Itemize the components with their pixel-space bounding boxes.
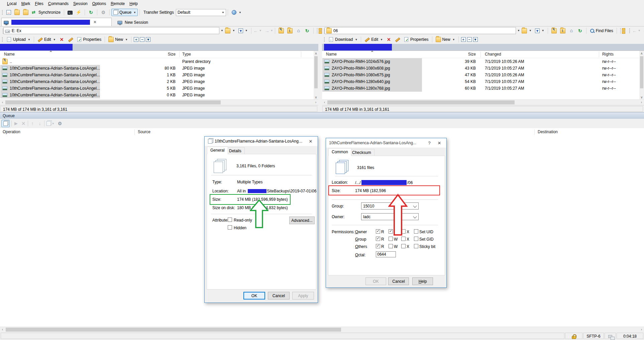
local-horizontal-scrollbar[interactable]: ‹ › bbox=[0, 99, 318, 105]
local-vertical-scrollbar[interactable]: ∧ ∨ bbox=[314, 51, 318, 100]
group-read-checkbox[interactable] bbox=[376, 237, 380, 241]
table-row[interactable]: 10thCumbreFlamenca-Adrian-Santana-LosAng… bbox=[0, 85, 318, 92]
column-size[interactable]: Size bbox=[127, 52, 176, 57]
table-row[interactable]: ZAYO-Photo-RMH-1280x768.jpg 60 KB 7/1/20… bbox=[322, 85, 644, 92]
edit-button[interactable]: Edit▼ bbox=[363, 36, 385, 43]
refresh-session-button[interactable]: ↻ bbox=[87, 9, 95, 16]
table-row[interactable]: 10thCumbreFlamenca-Adrian-Santana-LosAng… bbox=[0, 92, 318, 100]
scroll-down-icon[interactable]: ∨ bbox=[639, 95, 644, 100]
remote-path-combo[interactable]: 06 bbox=[325, 27, 516, 34]
close-icon[interactable]: ✕ bbox=[93, 20, 97, 24]
download-button[interactable]: Download▼ bbox=[327, 36, 359, 43]
refresh-button[interactable]: ↻ bbox=[576, 27, 584, 34]
rename-button[interactable] bbox=[393, 36, 402, 43]
root-directory-button[interactable] bbox=[558, 27, 567, 34]
open-directory-button[interactable]: ▼ bbox=[223, 27, 237, 34]
properties-button[interactable]: Properties bbox=[402, 36, 430, 43]
group-execute-checkbox[interactable] bbox=[401, 237, 406, 241]
scroll-left-icon[interactable]: ‹ bbox=[322, 100, 327, 105]
owner-write-checkbox[interactable] bbox=[389, 229, 393, 234]
delete-button[interactable]: ✕ bbox=[58, 36, 66, 43]
parent-directory-button[interactable] bbox=[277, 27, 286, 34]
dialog-title-bar[interactable]: 10thCumbreFlamenca-Adrian-Santana-LosAng… bbox=[205, 137, 318, 146]
close-icon[interactable]: ✕ bbox=[307, 139, 315, 144]
others-read-checkbox[interactable] bbox=[376, 244, 380, 248]
select-add-icon[interactable]: + bbox=[461, 37, 466, 42]
transfer-settings-select[interactable]: Default ▼ bbox=[176, 9, 226, 16]
new-button[interactable]: New▼ bbox=[107, 36, 129, 43]
menu-mark[interactable]: Mark bbox=[19, 1, 33, 6]
dialog-title-bar[interactable]: 10thCumbreFlamenca-Adrian-Santana-LosAng… bbox=[326, 138, 446, 148]
column-size[interactable]: Size bbox=[432, 52, 476, 57]
menu-commands[interactable]: Commands bbox=[46, 1, 71, 6]
column-divider[interactable] bbox=[134, 129, 135, 135]
tree-toggle-button[interactable] bbox=[619, 27, 627, 34]
tab-details[interactable]: Details bbox=[226, 147, 245, 154]
menu-files[interactable]: Files bbox=[32, 1, 45, 6]
queue-show-button[interactable] bbox=[1, 120, 10, 127]
scrollbar-thumb[interactable] bbox=[640, 56, 643, 88]
menu-local[interactable]: Local bbox=[5, 1, 19, 6]
parent-directory-button[interactable] bbox=[550, 27, 558, 34]
apply-button[interactable]: Apply bbox=[292, 292, 314, 300]
tab-common[interactable]: Common bbox=[328, 148, 351, 156]
hidden-checkbox[interactable] bbox=[228, 225, 232, 230]
open-terminal-button[interactable]: >_ bbox=[66, 9, 74, 16]
menu-options[interactable]: Options bbox=[90, 1, 108, 6]
help-button[interactable]: Help bbox=[412, 277, 433, 285]
column-changed[interactable]: Changed bbox=[485, 52, 501, 57]
scroll-up-icon[interactable]: ∧ bbox=[314, 51, 318, 56]
column-divider[interactable] bbox=[534, 129, 535, 135]
status-protocol-segment[interactable]: SFTP-6 bbox=[583, 333, 604, 339]
ok-button[interactable]: OK bbox=[243, 292, 265, 300]
group-select[interactable]: 15010 bbox=[361, 202, 419, 209]
set-uid-checkbox[interactable] bbox=[414, 229, 418, 234]
table-row[interactable]: ZAYO-Photo-RMH-1024x576.jpg 39 KB 7/1/20… bbox=[322, 58, 644, 65]
octal-input[interactable] bbox=[376, 251, 396, 257]
properties-button[interactable]: Properties bbox=[75, 36, 103, 43]
column-operation[interactable]: Operation bbox=[3, 130, 20, 134]
scrollbar-thumb[interactable] bbox=[5, 100, 221, 104]
scroll-left-icon[interactable]: ‹ bbox=[0, 327, 5, 332]
queue-report-icon[interactable] bbox=[46, 121, 51, 126]
others-execute-checkbox[interactable] bbox=[401, 244, 406, 248]
menu-remote[interactable]: Remote bbox=[108, 1, 127, 6]
column-source[interactable]: Source bbox=[138, 130, 150, 134]
chevron-down-icon[interactable]: ▼ bbox=[517, 29, 520, 32]
edit-button[interactable]: Edit▼ bbox=[36, 36, 58, 43]
session-tab-active[interactable]: ✕ bbox=[1, 18, 112, 26]
open-directory-button[interactable]: ▼ bbox=[520, 27, 533, 34]
sticky-bit-checkbox[interactable] bbox=[414, 244, 418, 248]
select-filter-icon[interactable]: ▼ bbox=[146, 37, 150, 42]
forward-icon[interactable]: → bbox=[264, 28, 270, 33]
remote-vertical-scrollbar[interactable]: ∧ ∨ bbox=[639, 51, 644, 100]
download-session-button[interactable] bbox=[21, 9, 30, 16]
owner-select[interactable]: ladc bbox=[361, 213, 419, 220]
scroll-down-icon[interactable]: ∨ bbox=[314, 95, 318, 100]
rename-button[interactable] bbox=[66, 36, 75, 43]
scroll-right-icon[interactable]: › bbox=[313, 100, 318, 105]
new-session-tab[interactable]: New Session bbox=[115, 18, 166, 26]
cancel-button[interactable]: Cancel bbox=[388, 277, 409, 285]
filter-button[interactable]: ▼▼ bbox=[533, 27, 546, 34]
back-icon[interactable]: ← bbox=[253, 28, 258, 33]
group-write-checkbox[interactable] bbox=[389, 237, 393, 241]
set-gid-checkbox[interactable] bbox=[414, 237, 418, 241]
preferences-button[interactable]: ⚙ bbox=[99, 9, 108, 16]
home-directory-button[interactable]: ⌂ bbox=[567, 27, 576, 34]
menu-session[interactable]: Session bbox=[71, 1, 90, 6]
table-row[interactable]: .. Parent directory bbox=[0, 58, 318, 65]
delete-button[interactable]: ✕ bbox=[385, 36, 393, 43]
root-directory-button[interactable] bbox=[286, 27, 294, 34]
home-directory-button[interactable]: ⌂ bbox=[294, 27, 303, 34]
select-remove-icon[interactable]: − bbox=[140, 37, 144, 42]
column-divider[interactable] bbox=[480, 52, 481, 57]
scrollbar-thumb[interactable] bbox=[327, 100, 515, 104]
gear-icon[interactable]: ⚙ bbox=[57, 121, 63, 126]
owner-execute-checkbox[interactable] bbox=[401, 229, 406, 234]
synchronize-button[interactable]: ⇄ Synchronize bbox=[30, 9, 62, 16]
scroll-up-icon[interactable]: ∧ bbox=[639, 51, 644, 56]
scroll-right-icon[interactable]: › bbox=[639, 100, 644, 105]
select-filter-icon[interactable]: ▼ bbox=[473, 37, 478, 42]
forward-icon[interactable]: → bbox=[643, 28, 644, 33]
